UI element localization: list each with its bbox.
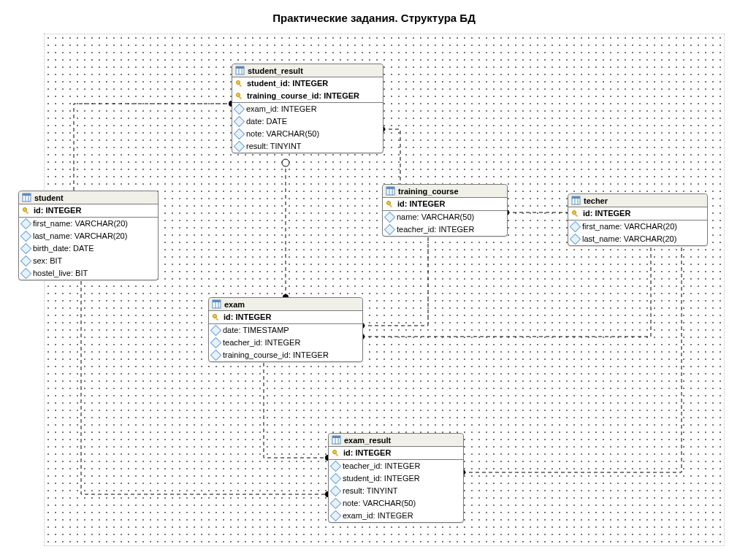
column: first_name: VARCHAR(20) xyxy=(19,218,158,230)
table-icon xyxy=(22,193,31,202)
key-icon xyxy=(235,92,244,101)
entity-name: exam_result xyxy=(344,436,391,445)
entity-name: training_course xyxy=(398,187,459,196)
entity-techer[interactable]: techer id: INTEGER first_name: VARCHAR(2… xyxy=(568,193,708,246)
column: teacher_id: INTEGER xyxy=(329,460,463,472)
diamond-icon xyxy=(330,486,342,497)
column: first_name: VARCHAR(20) xyxy=(568,220,707,233)
entity-student[interactable]: student id: INTEGER first_name: VARCHAR(… xyxy=(18,191,159,280)
column: student_id: INTEGER xyxy=(329,472,463,485)
key-icon xyxy=(571,210,580,218)
table-icon xyxy=(386,186,395,196)
entity-exam-result[interactable]: exam_result id: INTEGER teacher_id: INTE… xyxy=(328,433,464,523)
diamond-icon xyxy=(330,510,342,522)
entity-header: exam xyxy=(209,298,362,311)
column: exam_id: INTEGER xyxy=(329,510,463,522)
entity-name: student_result xyxy=(248,66,303,75)
diamond-icon xyxy=(234,104,245,115)
svg-rect-23 xyxy=(25,210,28,214)
svg-rect-11 xyxy=(236,66,244,69)
diamond-icon xyxy=(384,212,396,223)
svg-rect-43 xyxy=(332,436,340,438)
entity-header: student xyxy=(19,191,158,204)
key-icon xyxy=(332,449,340,458)
page-title: Практические задания. Структура БД xyxy=(0,12,748,24)
key-icon xyxy=(212,313,221,322)
key-icon xyxy=(235,80,244,88)
column: date: TIMESTAMP xyxy=(209,324,362,337)
diamond-icon xyxy=(210,325,222,337)
column-pk: id: INTEGER xyxy=(329,447,463,459)
svg-rect-31 xyxy=(572,196,580,199)
diamond-icon xyxy=(330,461,342,472)
entity-student-result[interactable]: student_result student_id: INTEGER train… xyxy=(232,64,383,153)
column: training_course_id: INTEGER xyxy=(209,349,362,361)
column: teacher_id: INTEGER xyxy=(383,223,507,236)
column: result: TINYINT xyxy=(329,485,463,497)
svg-rect-29 xyxy=(389,204,392,207)
table-icon xyxy=(332,435,341,445)
column-pk: id: INTEGER xyxy=(568,207,707,220)
column: hostel_live: BIT xyxy=(19,267,158,280)
svg-rect-25 xyxy=(386,187,394,189)
diamond-icon xyxy=(330,498,342,510)
diamond-icon xyxy=(570,221,581,233)
diamond-icon xyxy=(234,116,245,128)
diamond-icon xyxy=(330,473,342,485)
entity-header: student_result xyxy=(232,64,383,77)
diagram-canvas: student_result student_id: INTEGER train… xyxy=(44,34,725,546)
column-pk: id: INTEGER xyxy=(383,198,507,210)
column: date: DATE xyxy=(232,115,383,128)
diamond-icon xyxy=(384,224,396,236)
entity-header: exam_result xyxy=(329,434,463,447)
entity-name: techer xyxy=(584,196,608,205)
diamond-icon xyxy=(210,337,222,349)
column: note: VARCHAR(50) xyxy=(232,128,383,140)
column: birth_date: DATE xyxy=(19,242,158,255)
diamond-icon xyxy=(234,141,245,153)
diamond-icon xyxy=(234,129,245,140)
column: name: VARCHAR(50) xyxy=(383,211,507,223)
entity-exam[interactable]: exam id: INTEGER date: TIMESTAMP teacher… xyxy=(208,297,363,362)
entity-name: student xyxy=(34,193,64,202)
svg-rect-15 xyxy=(238,83,242,87)
column: last_name: VARCHAR(20) xyxy=(19,230,158,242)
diamond-icon xyxy=(570,234,581,245)
entity-name: exam xyxy=(224,300,245,309)
svg-rect-37 xyxy=(213,300,221,302)
entity-training-course[interactable]: training_course id: INTEGER name: VARCHA… xyxy=(382,184,508,237)
table-icon xyxy=(571,196,581,205)
column: teacher_id: INTEGER xyxy=(209,337,362,349)
column: exam_id: INTEGER xyxy=(232,103,383,115)
table-icon xyxy=(235,66,245,75)
column: note: VARCHAR(50) xyxy=(329,497,463,510)
diamond-icon xyxy=(20,268,32,280)
svg-rect-19 xyxy=(23,193,31,196)
svg-rect-17 xyxy=(238,96,242,99)
svg-rect-35 xyxy=(574,213,578,217)
svg-rect-41 xyxy=(215,317,218,321)
column-pk: student_id: INTEGER xyxy=(232,77,383,90)
key-icon xyxy=(386,200,394,209)
diamond-icon xyxy=(210,350,222,361)
key-icon xyxy=(22,207,31,215)
entity-header: techer xyxy=(568,194,707,207)
column-pk: training_course_id: INTEGER xyxy=(232,90,383,102)
table-icon xyxy=(212,299,221,309)
svg-point-6 xyxy=(282,159,289,166)
diamond-icon xyxy=(20,231,32,242)
column: result: TINYINT xyxy=(232,140,383,153)
diamond-icon xyxy=(20,243,32,255)
diamond-icon xyxy=(20,218,32,230)
column-pk: id: INTEGER xyxy=(19,204,158,217)
column-pk: id: INTEGER xyxy=(209,311,362,323)
diamond-icon xyxy=(20,256,32,267)
column: sex: BIT xyxy=(19,255,158,267)
column: last_name: VARCHAR(20) xyxy=(568,233,707,245)
entity-header: training_course xyxy=(383,185,507,198)
svg-rect-47 xyxy=(335,453,338,456)
